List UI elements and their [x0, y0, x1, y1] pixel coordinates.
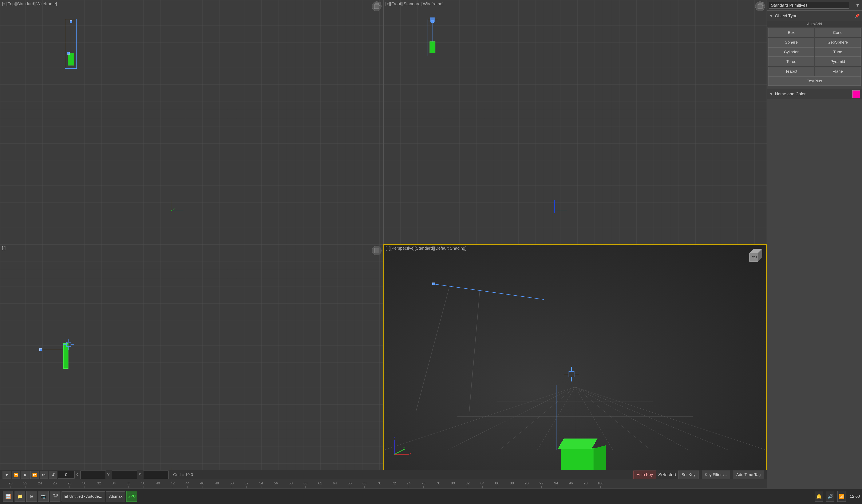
viewport-nav-icon-bottomleft[interactable]	[372, 246, 381, 255]
ruler-tick-66	[350, 486, 350, 488]
svg-line-29	[394, 450, 403, 454]
y-coord[interactable]	[112, 470, 137, 479]
app-icon-2[interactable]: 📷	[38, 491, 49, 502]
btn-plane[interactable]: Plane	[815, 67, 861, 76]
svg-rect-4	[758, 3, 762, 5]
nav-cube-persp: TOP	[745, 247, 764, 266]
primitives-dropdown[interactable]: Standard Primitives	[769, 2, 849, 9]
key-filters-button[interactable]: Key Filters...	[702, 470, 730, 479]
viewport-top[interactable]: [+][Top][Standard][Wireframe]	[0, 0, 383, 244]
sel-box-tl	[65, 19, 77, 69]
ruler-label-20: 20	[9, 481, 13, 486]
btn-tube[interactable]: Tube	[815, 48, 861, 57]
btn-box[interactable]: Box	[768, 28, 814, 37]
btn-play-reverse[interactable]: ↺	[49, 471, 57, 479]
right-panel: Standard Primitives ▼ ▼ Object Type 📌 Au…	[767, 0, 862, 488]
ruler-label-38: 38	[141, 481, 145, 486]
ruler-strip: 20 22 24 26 28 30 32 34 36 38 40 42 44 4…	[0, 479, 767, 488]
app-icon-1[interactable]: 🖥	[26, 491, 37, 502]
ruler-label-46: 46	[200, 481, 204, 486]
taskbar-icon-gpu[interactable]: GPU	[127, 491, 137, 502]
viewport-nav-icon-topleft[interactable]	[372, 1, 381, 11]
ruler-label-90: 90	[525, 481, 529, 486]
tray-icon-2[interactable]: 🔊	[826, 491, 834, 502]
ruler-label-66: 66	[348, 481, 352, 486]
handle-bl-left	[39, 348, 42, 351]
viewport-perspective[interactable]: X Y Z [+][Perspective][Standard][Default…	[383, 244, 767, 488]
set-key-button[interactable]: Set Key	[678, 470, 699, 479]
color-swatch[interactable]	[852, 90, 860, 98]
ruler-tick-48	[217, 486, 217, 488]
viewport-left-label: [-]	[2, 246, 6, 251]
ruler-label-32: 32	[97, 481, 101, 486]
btn-cone[interactable]: Cone	[815, 28, 861, 37]
clock: 12:00	[850, 494, 860, 499]
svg-rect-1	[375, 3, 379, 5]
ruler-label-80: 80	[451, 481, 455, 486]
ruler-label-42: 42	[171, 481, 175, 486]
btn-go-start[interactable]: ⏮	[2, 471, 11, 479]
ruler-tick-28	[69, 486, 70, 488]
btn-prev-frame[interactable]: ⏪	[12, 471, 20, 479]
sel-box-tr	[427, 19, 438, 56]
ruler-tick-80	[453, 486, 453, 488]
section-collapse-arrow[interactable]: ▼	[769, 13, 773, 18]
grid-left	[0, 244, 383, 488]
gizmo-icon-persp	[564, 367, 579, 382]
ruler-label-92: 92	[539, 481, 544, 486]
add-time-tag-button[interactable]: Add Time Tag	[733, 470, 764, 479]
z-coord[interactable]	[143, 470, 169, 479]
ruler-label-86: 86	[495, 481, 499, 486]
ruler-tick-32	[99, 486, 99, 488]
ruler-label-88: 88	[510, 481, 514, 486]
ruler-label-58: 58	[289, 481, 293, 486]
ruler-label-36: 36	[127, 481, 131, 486]
svg-rect-37	[569, 371, 574, 377]
section-pin[interactable]: 📌	[854, 13, 860, 18]
btn-sphere[interactable]: Sphere	[768, 38, 814, 47]
taskbar-3dsmax-btn[interactable]: ▣ Untitled - Autode...	[62, 491, 105, 502]
viewport-nav-icon-topright[interactable]	[755, 1, 765, 11]
tray-icon-3[interactable]: 📶	[837, 491, 846, 502]
ruler-label-78: 78	[436, 481, 440, 486]
auto-key-button[interactable]: Auto Key	[634, 470, 656, 479]
taskbar-3dsmax-btn2[interactable]: 3dsmax	[106, 491, 125, 502]
ruler-tick-64	[335, 486, 335, 488]
nav-cube-icon-bl	[373, 247, 381, 254]
viewport-front[interactable]: [+][Front][Standard][Wireframe]	[383, 0, 767, 244]
start-button[interactable]: 🪟	[3, 491, 13, 502]
ruler-tick-88	[512, 486, 512, 488]
app-icon-3[interactable]: 🎬	[50, 491, 61, 502]
x-coord[interactable]	[80, 470, 106, 479]
gizmo-icon-bl	[63, 339, 74, 350]
panel-header: Standard Primitives ▼	[767, 0, 862, 11]
object-type-label: Object Type	[775, 13, 797, 18]
btn-pyramid[interactable]: Pyramid	[815, 57, 861, 66]
btn-play[interactable]: ▶	[21, 471, 29, 479]
ruler-label-72: 72	[392, 481, 396, 486]
btn-next-frame[interactable]: ⏩	[30, 471, 39, 479]
grid-value: Grid = 10.0	[173, 473, 193, 477]
btn-torus[interactable]: Torus	[768, 57, 814, 66]
viewport-perspective-label: [+][Perspective][Standard][Default Shadi…	[386, 246, 466, 251]
btn-teapot[interactable]: Teapot	[768, 67, 814, 76]
name-color-collapse-arrow[interactable]: ▼	[769, 92, 773, 96]
ruler-label-40: 40	[156, 481, 160, 486]
btn-textplus[interactable]: TextPlus	[768, 77, 861, 86]
ruler-tick-44	[187, 486, 188, 488]
file-manager-icon[interactable]: 📁	[14, 491, 25, 502]
frame-input[interactable]	[58, 471, 75, 478]
btn-cylinder[interactable]: Cylinder	[768, 48, 814, 57]
btn-go-end[interactable]: ⏭	[40, 471, 48, 479]
tray-icon-1[interactable]: 🔔	[814, 491, 823, 502]
gizmo-bl	[63, 339, 74, 350]
viewport-nav-icon-persp[interactable]: TOP	[745, 247, 764, 266]
ruler-label-52: 52	[245, 481, 249, 486]
btn-geosphere[interactable]: GeoSphere	[815, 38, 861, 47]
ruler-tick-60	[305, 486, 306, 488]
system-tray: 🔔 🔊 📶 12:00	[814, 491, 860, 502]
ruler-label-56: 56	[274, 481, 278, 486]
dropdown-arrow: ▼	[855, 2, 860, 8]
viewport-left[interactable]: [-]	[0, 244, 383, 488]
ruler-label-96: 96	[569, 481, 573, 486]
